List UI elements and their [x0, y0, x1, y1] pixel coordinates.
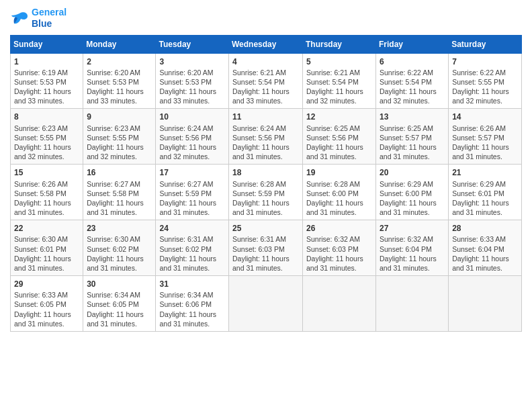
- day-info: Sunrise: 6:24 AM Sunset: 5:56 PM Dayligh…: [232, 124, 299, 162]
- day-info: Sunrise: 6:28 AM Sunset: 6:00 PM Dayligh…: [306, 179, 372, 218]
- column-header-sunday: Sunday: [11, 35, 83, 53]
- calendar-cell: 22Sunrise: 6:30 AM Sunset: 6:01 PM Dayli…: [11, 220, 83, 276]
- calendar-cell: 24Sunrise: 6:31 AM Sunset: 6:02 PM Dayli…: [156, 220, 229, 276]
- day-number: 2: [87, 56, 152, 67]
- day-info: Sunrise: 6:31 AM Sunset: 6:02 PM Dayligh…: [159, 234, 225, 273]
- logo-text: General Blue: [32, 7, 66, 30]
- day-number: 12: [306, 111, 372, 122]
- day-info: Sunrise: 6:32 AM Sunset: 6:03 PM Dayligh…: [306, 234, 372, 273]
- calendar-cell: 2Sunrise: 6:20 AM Sunset: 5:53 PM Daylig…: [83, 53, 156, 109]
- column-header-friday: Friday: [376, 35, 449, 53]
- day-info: Sunrise: 6:27 AM Sunset: 5:58 PM Dayligh…: [87, 179, 152, 218]
- day-info: Sunrise: 6:25 AM Sunset: 5:57 PM Dayligh…: [380, 124, 445, 162]
- day-number: 13: [380, 111, 445, 122]
- day-number: 26: [306, 223, 372, 234]
- day-info: Sunrise: 6:19 AM Sunset: 5:53 PM Dayligh…: [14, 68, 79, 106]
- day-number: 11: [232, 111, 299, 122]
- calendar-cell: 25Sunrise: 6:31 AM Sunset: 6:03 PM Dayli…: [229, 220, 303, 276]
- day-number: 8: [14, 111, 79, 122]
- calendar-cell: 7Sunrise: 6:22 AM Sunset: 5:55 PM Daylig…: [449, 53, 522, 109]
- day-number: 24: [159, 223, 225, 234]
- day-number: 20: [380, 167, 445, 178]
- calendar-cell: 14Sunrise: 6:26 AM Sunset: 5:57 PM Dayli…: [449, 109, 522, 165]
- day-number: 3: [159, 56, 225, 67]
- column-header-wednesday: Wednesday: [229, 35, 303, 53]
- day-number: 15: [14, 167, 79, 178]
- day-info: Sunrise: 6:22 AM Sunset: 5:55 PM Dayligh…: [452, 68, 518, 106]
- calendar-cell: 12Sunrise: 6:25 AM Sunset: 5:56 PM Dayli…: [303, 109, 376, 165]
- day-number: 9: [87, 111, 152, 122]
- day-info: Sunrise: 6:23 AM Sunset: 5:55 PM Dayligh…: [87, 124, 152, 162]
- day-number: 23: [87, 223, 152, 234]
- day-info: Sunrise: 6:23 AM Sunset: 5:55 PM Dayligh…: [14, 124, 79, 162]
- day-number: 7: [452, 56, 518, 67]
- day-number: 6: [380, 56, 445, 67]
- day-info: Sunrise: 6:24 AM Sunset: 5:56 PM Dayligh…: [159, 124, 225, 162]
- column-header-monday: Monday: [83, 35, 156, 53]
- day-number: 18: [232, 167, 299, 178]
- day-info: Sunrise: 6:30 AM Sunset: 6:01 PM Dayligh…: [14, 234, 79, 273]
- day-info: Sunrise: 6:33 AM Sunset: 6:05 PM Dayligh…: [14, 290, 79, 328]
- calendar-cell: 31Sunrise: 6:34 AM Sunset: 6:06 PM Dayli…: [156, 276, 229, 332]
- column-header-thursday: Thursday: [303, 35, 376, 53]
- day-number: 31: [159, 279, 225, 289]
- day-number: 19: [306, 167, 372, 178]
- day-number: 5: [306, 56, 372, 67]
- calendar-cell: 10Sunrise: 6:24 AM Sunset: 5:56 PM Dayli…: [156, 109, 229, 165]
- calendar-cell: 23Sunrise: 6:30 AM Sunset: 6:02 PM Dayli…: [83, 220, 156, 276]
- calendar-cell: [376, 276, 449, 332]
- day-number: 10: [159, 111, 225, 122]
- calendar-cell: 8Sunrise: 6:23 AM Sunset: 5:55 PM Daylig…: [11, 109, 83, 165]
- day-info: Sunrise: 6:31 AM Sunset: 6:03 PM Dayligh…: [232, 234, 299, 273]
- calendar-cell: 4Sunrise: 6:21 AM Sunset: 5:54 PM Daylig…: [229, 53, 303, 109]
- day-number: 25: [232, 223, 299, 234]
- day-number: 27: [380, 223, 445, 234]
- calendar-cell: 13Sunrise: 6:25 AM Sunset: 5:57 PM Dayli…: [376, 109, 449, 165]
- day-number: 17: [159, 167, 225, 178]
- calendar-cell: 11Sunrise: 6:24 AM Sunset: 5:56 PM Dayli…: [229, 109, 303, 165]
- column-header-tuesday: Tuesday: [156, 35, 229, 53]
- calendar-cell: 19Sunrise: 6:28 AM Sunset: 6:00 PM Dayli…: [303, 165, 376, 220]
- day-info: Sunrise: 6:26 AM Sunset: 5:58 PM Dayligh…: [14, 179, 79, 218]
- calendar-table: SundayMondayTuesdayWednesdayThursdayFrid…: [10, 35, 522, 332]
- calendar-cell: 16Sunrise: 6:27 AM Sunset: 5:58 PM Dayli…: [83, 165, 156, 220]
- day-number: 14: [452, 111, 518, 122]
- day-info: Sunrise: 6:20 AM Sunset: 5:53 PM Dayligh…: [159, 68, 225, 106]
- calendar-cell: [229, 276, 303, 332]
- day-info: Sunrise: 6:33 AM Sunset: 6:04 PM Dayligh…: [452, 234, 518, 273]
- logo: General Blue: [10, 7, 66, 30]
- day-info: Sunrise: 6:28 AM Sunset: 5:59 PM Dayligh…: [232, 179, 299, 218]
- calendar-cell: 28Sunrise: 6:33 AM Sunset: 6:04 PM Dayli…: [449, 220, 522, 276]
- day-info: Sunrise: 6:34 AM Sunset: 6:05 PM Dayligh…: [87, 290, 152, 328]
- day-info: Sunrise: 6:27 AM Sunset: 5:59 PM Dayligh…: [159, 179, 225, 218]
- calendar-cell: 18Sunrise: 6:28 AM Sunset: 5:59 PM Dayli…: [229, 165, 303, 220]
- calendar-cell: 27Sunrise: 6:32 AM Sunset: 6:04 PM Dayli…: [376, 220, 449, 276]
- calendar-cell: [303, 276, 376, 332]
- day-info: Sunrise: 6:21 AM Sunset: 5:54 PM Dayligh…: [306, 68, 372, 106]
- calendar-cell: 20Sunrise: 6:29 AM Sunset: 6:00 PM Dayli…: [376, 165, 449, 220]
- calendar-cell: 15Sunrise: 6:26 AM Sunset: 5:58 PM Dayli…: [11, 165, 83, 220]
- logo-icon: [10, 11, 29, 26]
- calendar-cell: 5Sunrise: 6:21 AM Sunset: 5:54 PM Daylig…: [303, 53, 376, 109]
- day-number: 22: [14, 223, 79, 234]
- day-number: 1: [14, 56, 79, 67]
- day-info: Sunrise: 6:21 AM Sunset: 5:54 PM Dayligh…: [232, 68, 299, 106]
- day-info: Sunrise: 6:30 AM Sunset: 6:02 PM Dayligh…: [87, 234, 152, 273]
- day-info: Sunrise: 6:26 AM Sunset: 5:57 PM Dayligh…: [452, 124, 518, 162]
- calendar-cell: 9Sunrise: 6:23 AM Sunset: 5:55 PM Daylig…: [83, 109, 156, 165]
- calendar-cell: 17Sunrise: 6:27 AM Sunset: 5:59 PM Dayli…: [156, 165, 229, 220]
- calendar-cell: [449, 276, 522, 332]
- calendar-cell: 6Sunrise: 6:22 AM Sunset: 5:54 PM Daylig…: [376, 53, 449, 109]
- day-number: 30: [87, 279, 152, 289]
- calendar-cell: 1Sunrise: 6:19 AM Sunset: 5:53 PM Daylig…: [11, 53, 83, 109]
- calendar-cell: 29Sunrise: 6:33 AM Sunset: 6:05 PM Dayli…: [11, 276, 83, 332]
- page-header: General Blue: [10, 7, 522, 30]
- calendar-cell: 30Sunrise: 6:34 AM Sunset: 6:05 PM Dayli…: [83, 276, 156, 332]
- day-number: 16: [87, 167, 152, 178]
- calendar-cell: 21Sunrise: 6:29 AM Sunset: 6:01 PM Dayli…: [449, 165, 522, 220]
- day-number: 21: [452, 167, 518, 178]
- day-info: Sunrise: 6:20 AM Sunset: 5:53 PM Dayligh…: [87, 68, 152, 106]
- calendar-cell: 3Sunrise: 6:20 AM Sunset: 5:53 PM Daylig…: [156, 53, 229, 109]
- day-number: 28: [452, 223, 518, 234]
- day-info: Sunrise: 6:29 AM Sunset: 6:00 PM Dayligh…: [380, 179, 445, 218]
